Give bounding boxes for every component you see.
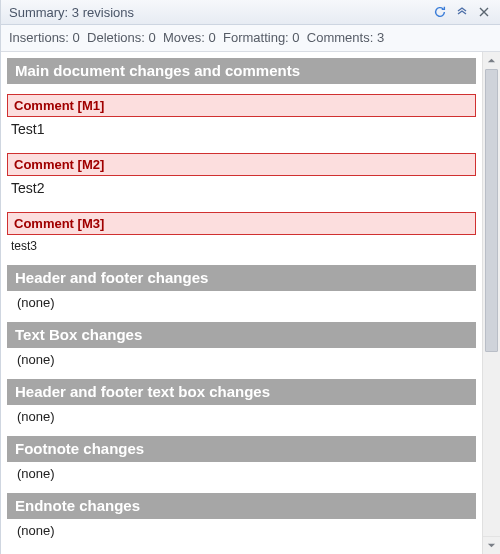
close-icon[interactable]: [474, 2, 494, 22]
comment-body: test3: [7, 235, 476, 259]
comment-body: Test1: [7, 117, 476, 143]
scroll-down-icon[interactable]: [483, 536, 500, 554]
insertions-value: 0: [73, 30, 80, 45]
revision-count: 3: [72, 5, 79, 20]
stats-bar: Insertions: 0 Deletions: 0 Moves: 0 Form…: [1, 25, 500, 52]
moves-label: Moves:: [163, 30, 205, 45]
section-textbox: Text Box changes: [7, 322, 476, 348]
deletions-label: Deletions:: [87, 30, 145, 45]
scroll-up-icon[interactable]: [483, 52, 500, 70]
moves-value: 0: [209, 30, 216, 45]
section-none: (none): [7, 348, 476, 373]
comment-body: Test2: [7, 176, 476, 202]
content-wrap: Main document changes and comments Comme…: [1, 52, 500, 554]
section-none: (none): [7, 462, 476, 487]
section-none: (none): [7, 291, 476, 316]
pane-title: Summary: 3 revisions: [9, 5, 428, 20]
formatting-value: 0: [292, 30, 299, 45]
comment-header[interactable]: Comment [M3]: [7, 212, 476, 235]
section-none: (none): [7, 405, 476, 430]
revisions-pane: Summary: 3 revisions Insertions: 0 Delet…: [0, 0, 500, 554]
comments-label: Comments:: [307, 30, 373, 45]
titlebar: Summary: 3 revisions: [1, 0, 500, 25]
deletions-value: 0: [149, 30, 156, 45]
section-header-footer: Header and footer changes: [7, 265, 476, 291]
section-none: (none): [7, 519, 476, 544]
comment-header[interactable]: Comment [M2]: [7, 153, 476, 176]
insertions-label: Insertions:: [9, 30, 69, 45]
vertical-scrollbar[interactable]: [482, 52, 500, 554]
revision-word: revisions: [83, 5, 134, 20]
section-header-footer-textbox: Header and footer text box changes: [7, 379, 476, 405]
formatting-label: Formatting:: [223, 30, 289, 45]
section-main-header: Main document changes and comments: [7, 58, 476, 84]
scrollbar-track[interactable]: [483, 69, 500, 537]
collapse-icon[interactable]: [452, 2, 472, 22]
comments-value: 3: [377, 30, 384, 45]
section-footnote: Footnote changes: [7, 436, 476, 462]
comment-header[interactable]: Comment [M1]: [7, 94, 476, 117]
summary-label: Summary:: [9, 5, 68, 20]
content-area: Main document changes and comments Comme…: [1, 52, 482, 554]
refresh-icon[interactable]: [430, 2, 450, 22]
section-endnote: Endnote changes: [7, 493, 476, 519]
scrollbar-thumb[interactable]: [485, 69, 498, 352]
